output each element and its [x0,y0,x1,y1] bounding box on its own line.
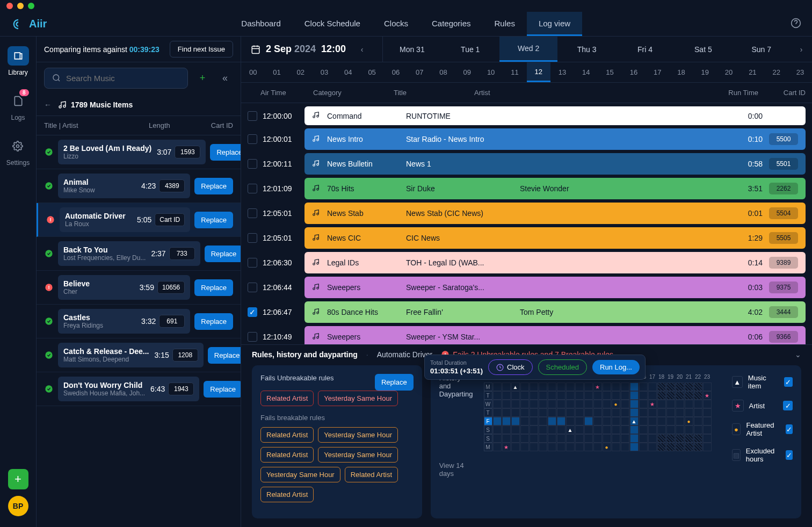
nav-tab-dashboard[interactable]: Dashboard [229,12,292,36]
music-row[interactable]: Back To YouLost Frequencies, Elley Du...… [37,237,241,271]
hour-tab[interactable]: 21 [741,62,764,82]
music-row[interactable]: Catch & Release - Dee...Matt Simons, Dee… [37,338,241,372]
hour-tab[interactable]: 02 [289,62,313,82]
log-row[interactable]: 12:06:30 Legal IDsTOH - Legal ID (WAB...… [248,252,806,273]
music-icon [312,308,321,317]
row-checkbox[interactable] [248,258,257,268]
replace-button[interactable]: Replace [210,144,241,161]
music-row[interactable]: AnimalMike Snow4:234389 Replace [37,169,241,203]
replace-button[interactable]: Replace [205,246,241,262]
row-checkbox[interactable] [248,184,257,193]
svg-point-5 [45,182,52,189]
rule-tag: Yesterday Same Hour [318,391,398,406]
hour-tab[interactable]: 17 [646,62,669,82]
replace-button[interactable]: Replace [194,212,233,228]
hour-tab[interactable]: 00 [241,62,265,82]
row-checkbox[interactable] [248,208,257,218]
nav-tab-clocks[interactable]: Clocks [372,12,420,36]
hour-tab[interactable]: 08 [431,62,455,82]
log-row[interactable]: 12:06:44 SweepersSweeper - Saratoga's...… [248,277,806,298]
hour-tab[interactable]: 09 [455,62,479,82]
scheduled-button[interactable]: Scheduled [538,359,587,375]
clock-button[interactable]: Clock [488,359,533,375]
hour-tab[interactable]: 22 [765,62,788,82]
collapse-panel-icon[interactable]: « [217,70,233,86]
hour-tab[interactable]: 18 [669,62,693,82]
hour-tab[interactable]: 03 [313,62,336,82]
legend-checkbox[interactable]: ✓ [786,424,793,434]
nav-tab-categories[interactable]: Categories [420,12,483,36]
music-row[interactable]: CastlesFreya Ridings3:32691 Replace [37,305,241,338]
music-row[interactable]: ! BelieveCher3:5910656 Replace [37,271,241,305]
day-tab[interactable]: Tue 1 [441,37,499,62]
legend-checkbox[interactable]: ✓ [786,450,793,460]
hour-tab[interactable]: 05 [360,62,383,82]
hour-tab[interactable]: 01 [265,62,288,82]
hour-tab[interactable]: 10 [479,62,503,82]
day-tab[interactable]: Sat 5 [674,37,732,62]
replace-button[interactable]: Replace [204,381,241,398]
hour-tab[interactable]: 19 [693,62,717,82]
prev-day-icon[interactable]: ‹ [351,45,373,54]
row-checkbox[interactable] [248,283,257,292]
log-row[interactable]: 12:00:00 CommandRUNTOTIME 0:00 [248,106,806,125]
log-row[interactable]: 12:00:01 News IntroStar Radio - News Int… [248,128,806,150]
log-row[interactable]: 12:05:01 News CICCIC News 1:295505 [248,227,806,249]
log-row[interactable]: 12:10:49 SweepersSweeper - YSM Star... 0… [248,326,806,344]
sidebar-library[interactable]: Library [8,46,29,76]
log-row[interactable]: 12:01:09 70s HitsSir DukeStevie Wonder 3… [248,178,806,199]
next-day-icon[interactable]: › [791,45,812,54]
hour-tab[interactable]: 20 [717,62,741,82]
legend-checkbox[interactable]: ✓ [783,401,793,410]
music-row[interactable]: 2 Be Loved (Am I Ready)Lizzo3:071593 Rep… [37,135,241,169]
log-row[interactable]: ✓12:06:47 80s Dance HitsFree Fallin'Tom … [248,301,806,323]
add-music-button[interactable]: + [194,70,211,86]
replace-from-rules-button[interactable]: Replace [375,374,414,391]
nav-tab-rules[interactable]: Rules [483,12,527,36]
sidebar-settings[interactable]: Settings [6,136,30,167]
log-row[interactable]: 12:00:11 News BulletinNews 1 0:585501 [248,153,806,175]
row-checkbox[interactable] [248,159,257,169]
row-checkbox[interactable]: ✓ [248,307,257,317]
music-row[interactable]: Don't You Worry ChildSwedish House Mafia… [37,372,241,406]
day-tab[interactable]: Thu 3 [557,37,615,62]
day-tab[interactable]: Mon 31 [383,37,441,62]
sidebar-logs[interactable]: 8 Logs [8,91,29,121]
hour-tab[interactable]: 12 [527,62,550,82]
row-checkbox[interactable] [248,134,257,144]
find-next-issue-button[interactable]: Find next Issue [170,41,233,57]
back-arrow-icon[interactable]: ← [44,100,52,109]
hour-tab[interactable]: 11 [503,62,526,82]
search-input[interactable] [44,68,188,89]
replace-button[interactable]: Replace [194,313,233,330]
nav-tab-log-view[interactable]: Log view [527,12,582,36]
row-checkbox[interactable] [248,332,257,342]
day-tab[interactable]: Sun 7 [733,37,791,62]
collapse-bottom-icon[interactable]: ⌄ [795,350,801,359]
day-tab[interactable]: Wed 2 [499,37,557,62]
replace-button[interactable]: Replace [194,178,233,194]
hour-tab[interactable]: 06 [384,62,408,82]
log-row[interactable]: 12:05:01 News StabNews Stab (CIC News) 0… [248,203,806,224]
legend-checkbox[interactable]: ✓ [784,377,793,387]
calendar-icon[interactable] [251,45,260,54]
replace-button[interactable]: Replace [208,347,241,364]
user-avatar[interactable]: BP [8,496,28,516]
row-checkbox[interactable] [248,111,257,121]
help-icon[interactable] [791,18,801,30]
day-tab[interactable]: Fri 4 [616,37,674,62]
run-log-button[interactable]: Run Log... [592,360,640,374]
view-14-days[interactable]: View 14 days [439,461,473,478]
replace-button[interactable]: Replace [194,279,233,296]
add-fab[interactable]: + [8,469,28,489]
hour-tab[interactable]: 14 [574,62,598,82]
nav-tab-clock-schedule[interactable]: Clock Schedule [293,12,372,36]
music-row[interactable]: ! Automatic DriverLa Roux5:05Cart ID Rep… [37,203,241,237]
hour-tab[interactable]: 07 [408,62,431,82]
hour-tab[interactable]: 16 [622,62,646,82]
hour-tab[interactable]: 23 [788,62,812,82]
hour-tab[interactable]: 13 [550,62,574,82]
hour-tab[interactable]: 04 [336,62,360,82]
row-checkbox[interactable] [248,233,257,243]
hour-tab[interactable]: 15 [598,62,621,82]
